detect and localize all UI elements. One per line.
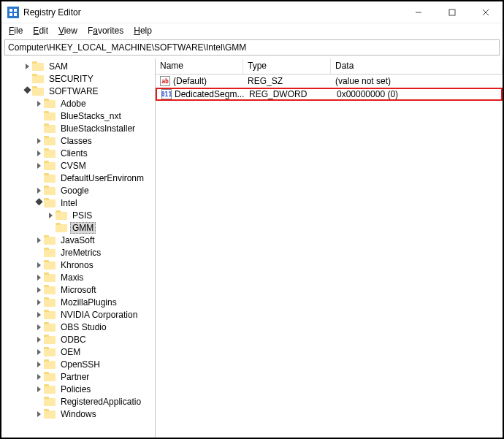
close-button[interactable] — [469, 1, 503, 23]
expand-icon[interactable] — [34, 273, 43, 282]
maximize-button[interactable] — [435, 1, 469, 23]
value-data: 0x00000000 (0) — [332, 89, 501, 99]
main-area: SAM SECURITY SOFTWARE Adobe BlueStacks_n… — [1, 58, 503, 438]
folder-icon — [44, 235, 56, 245]
expand-icon[interactable] — [34, 161, 43, 170]
column-name[interactable]: Name — [156, 58, 243, 74]
tree-node-openssh[interactable]: OpenSSH — [1, 358, 155, 370]
expand-icon[interactable] — [34, 236, 43, 245]
value-row-default[interactable]: ab (Default) REG_SZ (value not set) — [156, 75, 503, 88]
expand-icon[interactable] — [34, 99, 43, 108]
tree-label: OpenSSH — [58, 359, 102, 370]
title-bar: Registry Editor — [1, 1, 503, 23]
folder-icon — [44, 161, 56, 170]
menu-file[interactable]: File — [4, 25, 27, 37]
tree-node-odbc[interactable]: ODBC — [1, 333, 155, 346]
folder-icon — [44, 285, 56, 294]
tree-label: BlueStacksInstaller — [58, 123, 137, 134]
folder-icon — [44, 248, 56, 257]
address-bar[interactable]: Computer\HKEY_LOCAL_MACHINE\SOFTWARE\Int… — [4, 39, 500, 56]
expand-icon[interactable] — [46, 211, 55, 220]
string-value-icon: ab — [160, 76, 170, 86]
column-data[interactable]: Data — [331, 58, 503, 74]
tree-label: GMM — [70, 222, 96, 234]
tree-node-registeredapps[interactable]: RegisteredApplicatio — [1, 395, 155, 408]
list-view: Name Type Data ab (Default) REG_SZ (valu… — [156, 58, 503, 438]
tree-node-adobe[interactable]: Adobe — [1, 97, 155, 110]
tree-node-security[interactable]: SECURITY — [1, 72, 155, 85]
expand-icon[interactable] — [34, 310, 43, 319]
tree-node-jremetrics[interactable]: JreMetrics — [1, 246, 155, 259]
tree-node-clients[interactable]: Clients — [1, 147, 155, 159]
expand-icon[interactable] — [34, 298, 43, 307]
tree-node-bluestacks-installer[interactable]: BlueStacksInstaller — [1, 122, 155, 134]
folder-icon — [56, 210, 67, 220]
value-row-dedicated-segment[interactable]: 011 DedicatedSegm... REG_DWORD 0x0000000… — [156, 88, 503, 101]
expand-icon[interactable] — [34, 360, 43, 369]
column-type[interactable]: Type — [243, 58, 331, 74]
expand-icon[interactable] — [34, 199, 43, 207]
tree-node-intel[interactable]: Intel — [1, 196, 155, 209]
tree-node-psis[interactable]: PSIS — [1, 209, 155, 221]
folder-icon — [44, 297, 56, 307]
tree-node-sam[interactable]: SAM — [1, 60, 155, 72]
tree-node-classes[interactable]: Classes — [1, 134, 155, 147]
tree-node-policies[interactable]: Policies — [1, 383, 155, 395]
svg-rect-0 — [9, 9, 12, 12]
tree-label: CVSM — [58, 161, 88, 171]
expand-icon[interactable] — [34, 348, 43, 356]
menu-favorites[interactable]: Favorites — [83, 25, 128, 37]
tree-node-cvsm[interactable]: CVSM — [1, 159, 155, 172]
tree-node-mozillaplugins[interactable]: MozillaPlugins — [1, 296, 155, 308]
tree-node-partner[interactable]: Partner — [1, 370, 155, 383]
folder-icon — [44, 260, 56, 270]
tree-label: DefaultUserEnvironm — [58, 173, 146, 183]
tree-node-javasoft[interactable]: JavaSoft — [1, 234, 155, 246]
tree-node-maxis[interactable]: Maxis — [1, 271, 155, 283]
menu-edit[interactable]: Edit — [28, 25, 53, 37]
folder-icon — [44, 409, 56, 419]
tree-node-windows[interactable]: Windows — [1, 408, 155, 420]
minimize-button[interactable] — [402, 1, 435, 23]
expand-icon[interactable] — [34, 261, 43, 270]
folder-icon — [44, 272, 56, 282]
tree-node-bluestacks-nxt[interactable]: BlueStacks_nxt — [1, 110, 155, 122]
tree-node-nvidia[interactable]: NVIDIA Corporation — [1, 308, 155, 321]
expand-icon[interactable] — [34, 410, 43, 419]
tree-node-obs[interactable]: OBS Studio — [1, 321, 155, 333]
expand-icon[interactable] — [34, 323, 43, 332]
tree-label: Khronos — [58, 260, 96, 270]
tree-node-gmm[interactable]: GMM — [1, 221, 155, 234]
tree-node-google[interactable]: Google — [1, 184, 155, 196]
expand-icon[interactable] — [34, 373, 43, 381]
tree-view[interactable]: SAM SECURITY SOFTWARE Adobe BlueStacks_n… — [1, 58, 156, 438]
expand-icon[interactable] — [34, 186, 43, 195]
expand-icon[interactable] — [34, 137, 43, 145]
expand-icon — [46, 224, 55, 232]
tree-node-defaultuserenv[interactable]: DefaultUserEnvironm — [1, 172, 155, 184]
svg-rect-3 — [14, 13, 17, 16]
tree-node-khronos[interactable]: Khronos — [1, 259, 155, 271]
folder-icon — [44, 99, 56, 108]
folder-icon — [44, 322, 56, 332]
value-data: (value not set) — [331, 76, 503, 86]
expand-icon[interactable] — [34, 335, 43, 344]
tree-label: SOFTWARE — [47, 86, 101, 96]
svg-rect-1 — [14, 9, 17, 12]
expand-icon[interactable] — [34, 286, 43, 294]
folder-icon — [44, 372, 56, 381]
expand-icon[interactable] — [23, 62, 31, 71]
menu-help[interactable]: Help — [129, 25, 156, 37]
folder-icon — [32, 61, 44, 71]
tree-node-microsoft[interactable]: Microsoft — [1, 283, 155, 296]
folder-icon — [32, 86, 44, 96]
expand-icon[interactable] — [34, 149, 43, 158]
tree-node-software[interactable]: SOFTWARE — [1, 85, 155, 97]
tree-node-oem[interactable]: OEM — [1, 346, 155, 358]
app-icon — [7, 7, 19, 18]
expand-icon[interactable] — [34, 385, 43, 394]
menu-view[interactable]: View — [54, 25, 82, 37]
folder-icon — [44, 186, 56, 195]
list-body[interactable]: ab (Default) REG_SZ (value not set) 011 … — [156, 75, 503, 438]
expand-icon[interactable] — [23, 87, 31, 96]
